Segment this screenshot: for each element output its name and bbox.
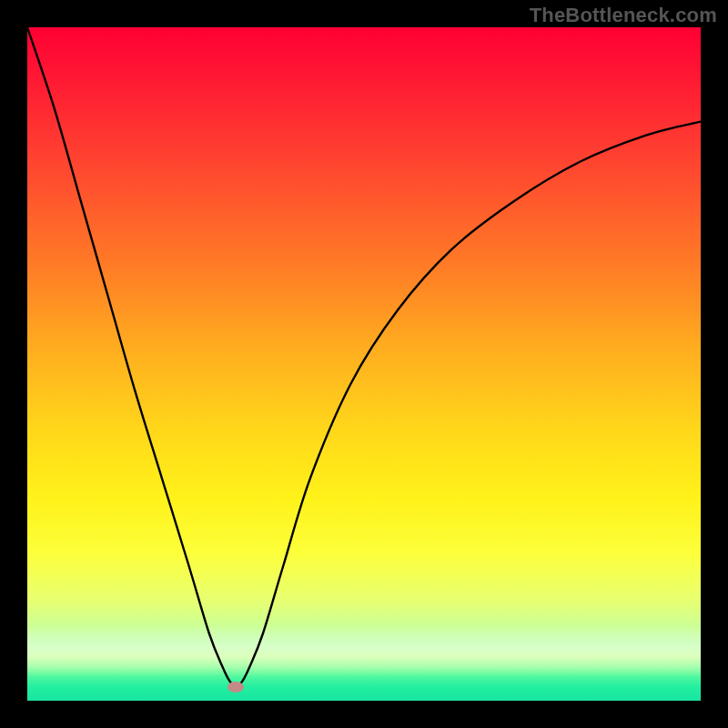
curve-path: [27, 27, 701, 687]
plot-area: [27, 27, 701, 701]
bottleneck-curve: [27, 27, 701, 701]
minimum-marker: [228, 682, 244, 693]
watermark-text: TheBottleneck.com: [530, 4, 717, 27]
chart-frame: TheBottleneck.com: [0, 0, 728, 728]
